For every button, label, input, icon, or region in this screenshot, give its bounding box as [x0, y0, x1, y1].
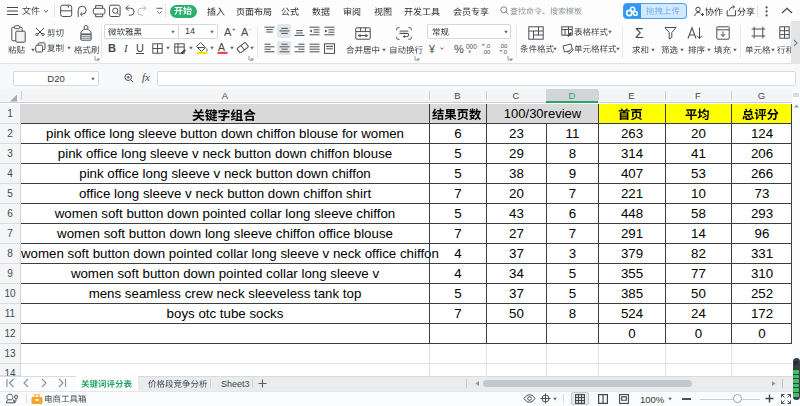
svg-text:+: +	[232, 26, 236, 32]
svg-text:-: -	[249, 26, 251, 32]
svg-text:A: A	[218, 41, 225, 53]
svg-text:A: A	[224, 26, 232, 37]
svg-text:A: A	[241, 26, 249, 37]
svg-text:000: 000	[466, 43, 477, 50]
svg-text:.00: .00	[482, 49, 491, 55]
svg-text:.0: .0	[502, 49, 508, 55]
svg-text:Σ: Σ	[635, 26, 644, 40]
